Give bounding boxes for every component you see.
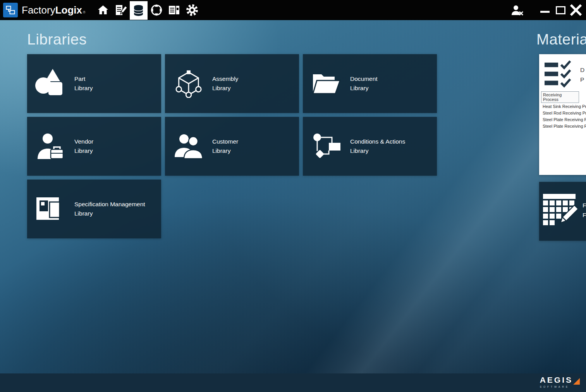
tile-label: Specification Management Library xyxy=(74,200,145,218)
aegis-logo-subtext: SOFTWARE xyxy=(540,385,580,388)
specification-pages-icon xyxy=(27,195,74,223)
aegis-arrow-icon xyxy=(573,378,580,385)
aegis-logo: AEGIS SOFTWARE xyxy=(540,375,580,388)
settings-gear-icon xyxy=(186,4,198,16)
nav-libraries-button[interactable] xyxy=(130,1,148,20)
home-icon xyxy=(98,5,108,15)
part-icon xyxy=(27,69,74,98)
footer-bar: AEGIS SOFTWARE xyxy=(0,373,586,392)
tile-label: Conditions & Actions Library xyxy=(350,137,405,156)
tile-label: F F xyxy=(583,200,586,220)
receiving-process-list-header: Receiving Process xyxy=(541,91,579,103)
tile-label: Vendor Library xyxy=(74,137,93,156)
nav-production-button[interactable] xyxy=(148,0,165,20)
nav-news-button[interactable] xyxy=(165,0,183,20)
materials-heading: Materials xyxy=(536,31,586,48)
close-icon xyxy=(570,4,582,16)
maximize-icon xyxy=(556,6,565,14)
titlebar: FactoryLogix® xyxy=(0,0,586,20)
close-button[interactable] xyxy=(568,0,584,20)
app-title-light: Factory xyxy=(22,4,55,16)
document-folder-icon xyxy=(303,71,350,96)
tile-label: Document Library xyxy=(350,74,378,93)
production-icon xyxy=(150,4,163,16)
tile-label: Customer Library xyxy=(212,137,238,156)
list-item[interactable]: Steel Plate Receiving Process xyxy=(541,116,586,123)
tile-part-library[interactable]: Part Library xyxy=(27,54,161,113)
receiving-process-list: Receiving Process Heat Sink Receiving Pr… xyxy=(541,91,586,129)
assembly-cube-icon xyxy=(165,69,212,98)
news-icon xyxy=(168,5,180,15)
tile-assembly-library[interactable]: Assembly Library xyxy=(165,54,299,113)
npi-edit-icon xyxy=(115,5,127,15)
tile-label: Part Library xyxy=(74,74,93,93)
app-logo-glyph xyxy=(5,5,15,15)
tile-document-library[interactable]: Document Library xyxy=(303,54,437,113)
list-item[interactable]: Heat Sink Receiving Process xyxy=(541,103,586,110)
desktop-wallpaper: Libraries Materials Part Library xyxy=(0,20,586,373)
logout-user-icon xyxy=(511,5,523,15)
receiving-checklist-icon xyxy=(545,60,573,88)
minimize-icon xyxy=(540,11,550,13)
nav-home-button[interactable] xyxy=(94,0,112,20)
tile-customer-library[interactable]: Customer Library xyxy=(165,117,299,176)
customer-people-icon xyxy=(165,133,212,159)
trademark-mark: ® xyxy=(83,10,86,14)
tile-define-receiving-process[interactable]: D P Receiving Process Heat Sink Receivin… xyxy=(539,54,586,175)
list-item[interactable]: Steel Rod Receiving Process xyxy=(541,110,586,116)
app-title-bold: Logix xyxy=(55,4,82,16)
tile-vendor-library[interactable]: Vendor Library xyxy=(27,117,161,176)
libraries-heading: Libraries xyxy=(27,31,87,48)
tile-receiving-schedule[interactable]: F F xyxy=(539,182,586,241)
logout-user-button[interactable] xyxy=(509,0,526,20)
app-logo xyxy=(3,3,18,17)
titlebar-controls xyxy=(509,0,586,20)
receiving-schedule-icon xyxy=(542,193,578,229)
aegis-logo-text: AEGIS xyxy=(540,375,573,385)
app-title: FactoryLogix® xyxy=(22,4,86,16)
list-item[interactable]: Steel Plate Receiving Process xyxy=(541,123,586,129)
minimize-button[interactable] xyxy=(537,0,553,20)
nav-settings-button[interactable] xyxy=(183,0,201,20)
main-nav xyxy=(94,0,201,20)
nav-npi-button[interactable] xyxy=(112,0,130,20)
conditions-flowchart-icon xyxy=(303,132,350,160)
vendor-person-icon xyxy=(27,133,74,160)
libraries-tile-grid: Part Library Assembly Libra xyxy=(27,54,438,238)
tile-specification-management-library[interactable]: Specification Management Library xyxy=(27,180,161,238)
maximize-button[interactable] xyxy=(553,0,568,20)
libraries-icon xyxy=(133,5,144,17)
tile-conditions-actions-library[interactable]: Conditions & Actions Library xyxy=(303,117,437,176)
tile-label: D P xyxy=(580,65,584,84)
tile-label: Assembly Library xyxy=(212,74,238,93)
